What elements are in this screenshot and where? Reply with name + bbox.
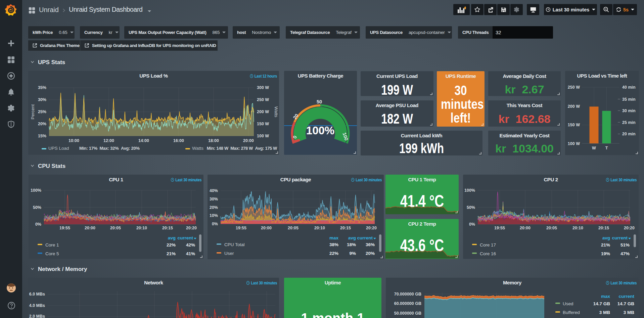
svg-text:50.000000 GB: 50.000000 GB [394, 311, 421, 316]
svg-text:Watts: Watts [274, 106, 279, 118]
svg-text:35 min: 35 min [622, 97, 636, 102]
svg-text:current: current [357, 235, 373, 240]
svg-text:9%: 9% [349, 251, 356, 256]
svg-text:25%: 25% [38, 109, 46, 114]
svg-text:20:00: 20:00 [261, 226, 272, 230]
svg-text:30 min: 30 min [622, 108, 636, 113]
svg-text:250 W: 250 W [568, 85, 580, 90]
svg-text:19:55: 19:55 [59, 226, 70, 230]
svg-text:Core 16: Core 16 [480, 251, 496, 256]
svg-text:20:05: 20:05 [110, 226, 121, 230]
svg-text:100 W: 100 W [257, 134, 269, 138]
svg-text:Core 1: Core 1 [45, 242, 59, 247]
svg-text:100%: 100% [31, 188, 41, 193]
svg-text:CPU Total: CPU Total [224, 242, 245, 247]
svg-text:Watts: Watts [192, 146, 203, 151]
svg-text:20%: 20% [210, 205, 218, 210]
svg-text:20:05: 20:05 [546, 226, 557, 230]
svg-text:Min: 17% Max: 32% Avg: 20%: Min: 17% Max: 32% Avg: 20% [79, 146, 140, 151]
svg-text:20:10: 20:10 [314, 226, 325, 230]
svg-text:150 W: 150 W [257, 122, 269, 126]
svg-text:avg: avg [168, 235, 176, 240]
svg-text:6.0 MBs: 6.0 MBs [29, 292, 45, 297]
svg-text:250 W: 250 W [257, 97, 269, 102]
svg-text:20:20: 20:20 [624, 226, 635, 230]
svg-text:20:15: 20:15 [340, 226, 351, 230]
svg-text:3 MB: 3 MB [599, 310, 610, 315]
svg-text:50: 50 [317, 99, 322, 104]
svg-text:22%: 22% [167, 242, 176, 247]
svg-text:2.0 MBs: 2.0 MBs [29, 314, 45, 318]
svg-text:40%: 40% [210, 188, 218, 193]
svg-text:40 min: 40 min [622, 85, 636, 90]
svg-text:14.7 GB: 14.7 GB [617, 301, 635, 306]
svg-text:100%: 100% [464, 188, 475, 193]
svg-text:51%: 51% [620, 242, 630, 247]
svg-text:10:00: 10:00 [68, 138, 79, 143]
svg-text:10%: 10% [210, 213, 218, 218]
svg-text:20:00: 20:00 [85, 226, 95, 230]
svg-text:4.0 MBs: 4.0 MBs [29, 303, 45, 308]
svg-text:20:00: 20:00 [243, 138, 254, 143]
svg-text:38%: 38% [329, 242, 338, 247]
svg-text:20:00: 20:00 [520, 226, 531, 230]
svg-text:W: W [592, 146, 596, 150]
svg-text:Buffered: Buffered [563, 310, 580, 315]
svg-text:200 W: 200 W [568, 104, 580, 109]
svg-text:3 MB: 3 MB [624, 310, 635, 315]
svg-text:20 min: 20 min [622, 132, 636, 136]
svg-text:19:55: 19:55 [494, 226, 505, 230]
svg-text:12:00: 12:00 [103, 138, 114, 143]
svg-text:300 W: 300 W [257, 85, 269, 90]
svg-text:20:20: 20:20 [186, 226, 197, 230]
svg-text:avg: avg [602, 235, 610, 240]
svg-text:T: T [605, 146, 608, 150]
svg-text:18%: 18% [347, 242, 356, 247]
svg-text:Percent: Percent [30, 104, 35, 119]
svg-text:UPS Load: UPS Load [48, 146, 69, 151]
svg-text:18:00: 18:00 [208, 138, 219, 143]
svg-text:current: current [618, 294, 634, 299]
svg-text:Min: 148 W Max: 278 W Avg: 1: Min: 148 W Max: 278 W Avg: 175 W [207, 146, 277, 151]
svg-text:41%: 41% [186, 251, 195, 256]
svg-text:20:15: 20:15 [162, 226, 173, 230]
svg-text:max: max [601, 294, 610, 299]
svg-text:200 W: 200 W [257, 109, 269, 114]
svg-text:current: current [177, 235, 193, 240]
svg-text:100%: 100% [306, 124, 334, 137]
svg-text:42%: 42% [186, 242, 195, 247]
svg-text:21%: 21% [167, 251, 176, 256]
svg-text:50%: 50% [33, 205, 41, 210]
svg-text:0%: 0% [469, 222, 475, 227]
svg-text:User: User [224, 251, 234, 256]
svg-text:36%: 36% [366, 242, 375, 247]
svg-text:current: current [612, 235, 628, 240]
svg-text:max: max [329, 235, 339, 240]
svg-text:25 min: 25 min [622, 120, 636, 125]
svg-text:20:10: 20:10 [572, 226, 583, 230]
svg-text:0%: 0% [212, 222, 218, 226]
svg-text:20%: 20% [366, 251, 375, 256]
svg-text:60.000000 GB: 60.000000 GB [394, 301, 421, 306]
svg-text:avg: avg [348, 235, 356, 240]
svg-text:16:00: 16:00 [173, 138, 184, 143]
svg-text:22%: 22% [329, 251, 338, 256]
svg-text:30%: 30% [38, 97, 46, 102]
svg-text:30%: 30% [210, 197, 218, 201]
svg-text:15%: 15% [38, 134, 46, 138]
svg-text:14.7 GB: 14.7 GB [593, 301, 610, 306]
svg-text:47%: 47% [620, 251, 630, 256]
svg-text:20%: 20% [38, 122, 46, 126]
svg-text:19:55: 19:55 [236, 226, 246, 230]
svg-text:21%: 21% [601, 242, 610, 247]
svg-text:20:15: 20:15 [598, 226, 609, 230]
svg-text:Core 17: Core 17 [480, 242, 496, 247]
svg-text:20:10: 20:10 [136, 226, 147, 230]
svg-text:100 W: 100 W [568, 141, 580, 146]
svg-text:20:05: 20:05 [288, 226, 298, 230]
svg-text:0%: 0% [35, 222, 41, 227]
svg-text:35%: 35% [38, 85, 46, 90]
svg-text:14:00: 14:00 [138, 138, 149, 143]
svg-text:19%: 19% [601, 251, 610, 256]
svg-text:20:20: 20:20 [366, 226, 377, 230]
